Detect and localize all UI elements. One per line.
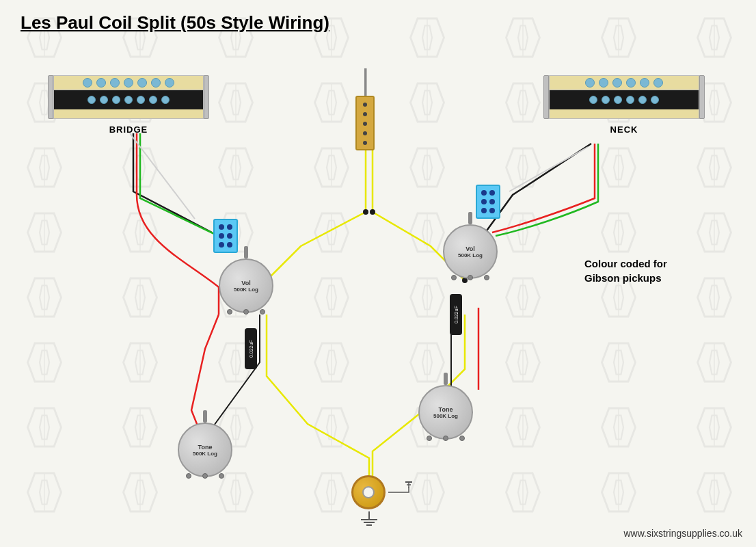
toggle-switch[interactable] [355,68,375,150]
neck-tone-pot[interactable]: Tone 500K Log [418,373,473,440]
bridge-tone-pot[interactable]: Tone 500K Log [178,410,232,477]
bridge-capacitor: 0.022uF [245,328,257,369]
page-title: Les Paul Coil Split (50s Style Wiring) [21,12,329,34]
neck-label: NECK [610,124,638,135]
neck-pickup: NECK [543,75,705,135]
website-label: www.sixstringsupplies.co.uk [623,528,742,539]
neck-capacitor: 0.022uF [450,294,462,335]
neck-vol-pot[interactable]: Vol 500K Log [443,212,498,279]
bridge-label: BRIDGE [109,124,148,135]
svg-point-64 [363,209,368,215]
bridge-pickup: BRIDGE [48,75,209,135]
colour-coded-label: Colour coded for Gibson pickups [584,256,667,285]
output-jack[interactable] [351,475,386,509]
svg-point-65 [370,209,375,215]
bridge-vol-pot[interactable]: Vol 500K Log [219,246,273,313]
